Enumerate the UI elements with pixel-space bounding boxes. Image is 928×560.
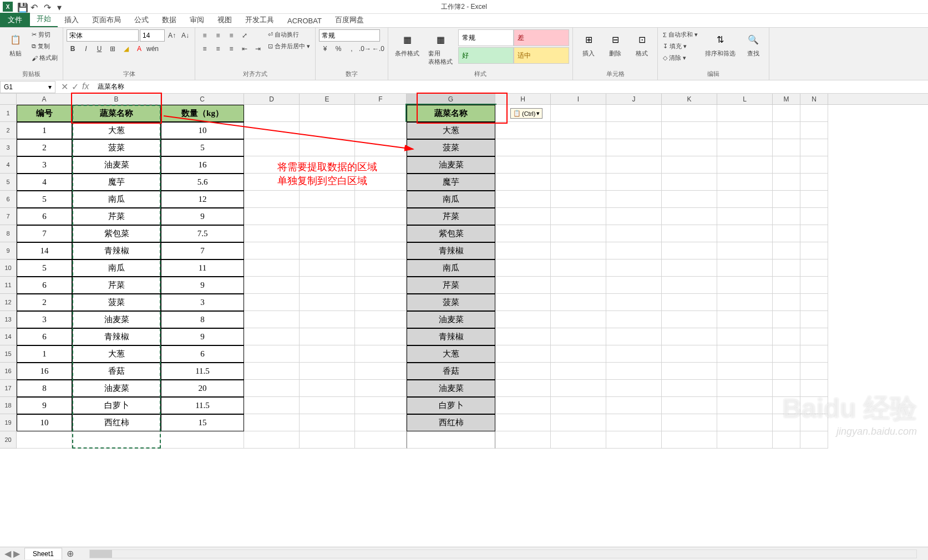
file-tab[interactable]: 文件 (0, 13, 30, 27)
cell-J7[interactable] (606, 208, 662, 225)
cell-L5[interactable] (717, 174, 773, 191)
cell-N9[interactable] (800, 242, 828, 259)
cell-J9[interactable] (606, 242, 662, 259)
dec-indent-icon[interactable]: ⇤ (239, 43, 251, 55)
cell-K1[interactable] (662, 105, 717, 122)
cell-C18[interactable]: 11.5 (161, 397, 244, 414)
increase-font-icon[interactable]: A↑ (166, 29, 178, 42)
cell-K2[interactable] (662, 122, 717, 139)
cell-F15[interactable] (355, 345, 407, 363)
cell-G10[interactable]: 南瓜 (407, 259, 495, 277)
col-header-M[interactable]: M (773, 94, 800, 104)
row-header[interactable]: 3 (0, 139, 17, 156)
cell-K7[interactable] (662, 208, 717, 225)
cell-F14[interactable] (355, 328, 407, 345)
cell-M19[interactable] (773, 414, 800, 431)
cell-E9[interactable] (300, 242, 355, 259)
cell-N19[interactable] (800, 414, 828, 431)
cell-A8[interactable]: 7 (17, 225, 72, 242)
cell-H3[interactable] (495, 139, 551, 156)
cell-H12[interactable] (495, 294, 551, 311)
col-header-B[interactable]: B (72, 94, 161, 104)
cell-B16[interactable]: 香菇 (72, 363, 161, 380)
sheet-next-icon[interactable]: ▶ (13, 548, 20, 559)
cell-G18[interactable]: 白萝卜 (407, 397, 495, 414)
cell-E1[interactable] (300, 105, 355, 122)
cell-K20[interactable] (662, 431, 717, 449)
redo-icon[interactable]: ↷ (44, 2, 53, 11)
cell-B20[interactable] (72, 431, 161, 449)
copy-button[interactable]: ⧉复制 (30, 41, 59, 52)
cell-C20[interactable] (161, 431, 244, 449)
cell-B7[interactable]: 芹菜 (72, 208, 161, 225)
cell-D13[interactable] (244, 311, 300, 328)
row-header[interactable]: 20 (0, 431, 17, 449)
cell-L4[interactable] (717, 156, 773, 174)
cell-C16[interactable]: 11.5 (161, 363, 244, 380)
undo-icon[interactable]: ↶ (31, 2, 39, 11)
cell-D10[interactable] (244, 259, 300, 277)
cell-L19[interactable] (717, 414, 773, 431)
cell-D14[interactable] (244, 328, 300, 345)
cell-M7[interactable] (773, 208, 800, 225)
cell-I6[interactable] (551, 191, 606, 208)
cell-M10[interactable] (773, 259, 800, 277)
currency-icon[interactable]: ¥ (319, 43, 331, 55)
col-header-F[interactable]: F (355, 94, 407, 104)
cell-H8[interactable] (495, 225, 551, 242)
cell-M11[interactable] (773, 277, 800, 294)
col-header-A[interactable]: A (17, 94, 72, 104)
cell-E19[interactable] (300, 414, 355, 431)
cell-J20[interactable] (606, 431, 662, 449)
select-all-corner[interactable] (0, 94, 17, 104)
cell-F1[interactable] (355, 105, 407, 122)
cell-N4[interactable] (800, 156, 828, 174)
cell-J18[interactable] (606, 397, 662, 414)
cell-E16[interactable] (300, 363, 355, 380)
qat-dropdown-icon[interactable]: ▾ (57, 2, 66, 11)
cell-G5[interactable]: 魔芋 (407, 174, 495, 191)
align-center-icon[interactable]: ≡ (212, 43, 224, 55)
style-neutral[interactable]: 适中 (514, 47, 569, 64)
cell-J5[interactable] (606, 174, 662, 191)
cell-C7[interactable]: 9 (161, 208, 244, 225)
cell-K10[interactable] (662, 259, 717, 277)
cell-C15[interactable]: 6 (161, 345, 244, 363)
style-good[interactable]: 好 (458, 47, 514, 64)
find-button[interactable]: 🔍查找 (741, 29, 765, 59)
enter-formula-icon[interactable]: ✓ (72, 82, 79, 92)
col-header-H[interactable]: H (495, 94, 551, 104)
cell-G12[interactable]: 菠菜 (407, 294, 495, 311)
cell-F8[interactable] (355, 225, 407, 242)
cell-J3[interactable] (606, 139, 662, 156)
cell-B15[interactable]: 大葱 (72, 345, 161, 363)
cell-N1[interactable] (800, 105, 828, 122)
cell-B11[interactable]: 芹菜 (72, 277, 161, 294)
cell-D15[interactable] (244, 345, 300, 363)
formulas-tab[interactable]: 公式 (128, 13, 155, 27)
cell-E14[interactable] (300, 328, 355, 345)
cancel-formula-icon[interactable]: ✕ (61, 82, 68, 92)
cell-H7[interactable] (495, 208, 551, 225)
cell-D11[interactable] (244, 277, 300, 294)
align-left-icon[interactable]: ≡ (199, 43, 211, 55)
cell-I14[interactable] (551, 328, 606, 345)
cell-L8[interactable] (717, 225, 773, 242)
cell-G17[interactable]: 油麦菜 (407, 380, 495, 397)
cell-C12[interactable]: 3 (161, 294, 244, 311)
cell-L10[interactable] (717, 259, 773, 277)
italic-button[interactable]: I (80, 43, 92, 55)
cell-D3[interactable] (244, 139, 300, 156)
cell-M14[interactable] (773, 328, 800, 345)
cell-N17[interactable] (800, 380, 828, 397)
cell-K9[interactable] (662, 242, 717, 259)
row-header[interactable]: 14 (0, 328, 17, 345)
cell-N8[interactable] (800, 225, 828, 242)
font-size-select[interactable] (140, 29, 165, 42)
cell-M17[interactable] (773, 380, 800, 397)
cell-N2[interactable] (800, 122, 828, 139)
cell-F9[interactable] (355, 242, 407, 259)
underline-button[interactable]: U (93, 43, 105, 55)
cell-D19[interactable] (244, 414, 300, 431)
page-layout-tab[interactable]: 页面布局 (85, 13, 128, 27)
